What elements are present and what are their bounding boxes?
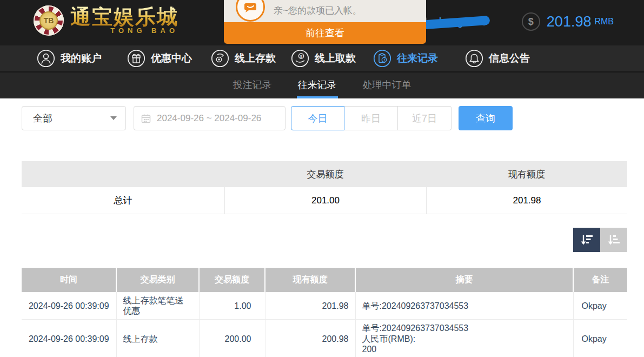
summary-table: 交易额度 现有额度 总计 201.00 201.98 (22, 161, 627, 214)
table-row: 2024-09-26 00:39:09 线上存款 200.00 200.98 单… (22, 320, 627, 357)
sort-descending-icon (579, 233, 595, 247)
sort-ascending-button[interactable] (600, 228, 627, 252)
nav-item-my-account[interactable]: 我的账户 (37, 45, 102, 71)
balance-dollar-icon: $ (522, 12, 540, 31)
last7days-button[interactable]: 近7日 (398, 106, 452, 130)
header-summary: 摘要 (355, 268, 573, 292)
header-time: 时间 (22, 268, 116, 292)
site-title: 通宝娱乐城 (70, 6, 178, 28)
sort-controls (573, 228, 627, 252)
svg-text:$: $ (300, 54, 303, 59)
type-select-value: 全部 (33, 112, 110, 125)
cell-amount: 200.00 (199, 320, 265, 357)
top-header: TB 通宝娱乐城 TONG BAO 亲~您的款项已入帐。 前往查看 (0, 0, 644, 45)
tab-betting-records[interactable]: 投注记录 (232, 72, 273, 98)
quick-date-button-group: 今日 昨日 近7日 (291, 106, 452, 130)
cell-balance: 201.98 (265, 292, 355, 320)
site-subtitle: TONG BAO (70, 27, 178, 35)
notification-toast: 亲~您的款项已入帐。 前往查看 (224, 0, 426, 44)
chip-tb-label: TB (39, 11, 58, 30)
chevron-down-icon (110, 116, 117, 120)
cell-note: Okpay (573, 320, 627, 357)
withdraw-icon: $ (291, 49, 309, 68)
cell-summary: 单号:202409263737034553 (355, 292, 573, 320)
header-note: 备注 (573, 268, 627, 292)
main-nav: 我的账户 优惠中心 线上存款 (0, 45, 644, 72)
today-button[interactable]: 今日 (291, 106, 344, 130)
cell-amount: 1.00 (199, 292, 265, 320)
summary-header-row: 交易额度 现有额度 (22, 161, 627, 187)
records-icon (373, 49, 391, 68)
table-row: 2024-09-26 00:39:09 线上存款笔笔送优惠 1.00 201.9… (22, 292, 627, 320)
summary-total-row: 总计 201.00 201.98 (22, 187, 627, 214)
summary-total-label: 总计 (22, 187, 224, 214)
filter-bar: 全部 2024-09-26 ~ 2024-09-26 今日 昨日 近7日 查询 (0, 106, 644, 140)
query-button[interactable]: 查询 (459, 106, 513, 130)
date-range-input[interactable]: 2024-09-26 ~ 2024-09-26 (134, 106, 286, 130)
promo-gift-icon (127, 49, 145, 68)
announcement-bell-icon (465, 49, 483, 68)
sub-nav: 投注记录 往来记录 处理中订单 (0, 72, 644, 98)
balance-currency: RMB (594, 17, 614, 27)
logo[interactable]: TB 通宝娱乐城 TONG BAO (34, 5, 178, 36)
header-type: 交易类别 (116, 268, 199, 292)
type-select[interactable]: 全部 (22, 106, 126, 130)
page: TB 通宝娱乐城 TONG BAO 亲~您的款项已入帐。 前往查看 (0, 0, 644, 357)
header-balance: 现有额度 (265, 268, 355, 292)
sort-ascending-icon (606, 233, 622, 247)
toast-message: 亲~您的款项已入帐。 (274, 4, 362, 17)
chat-bubble-icon (236, 0, 265, 22)
summary-header-balance: 现有额度 (426, 161, 627, 187)
summary-header-amount: 交易额度 (224, 161, 426, 187)
cell-summary: 单号:202409263737034553 人民币(RMB): 200 (355, 320, 573, 357)
cell-note: Okpay (573, 292, 627, 320)
balance-amount[interactable]: 201.98 (547, 14, 592, 30)
tab-transaction-records[interactable]: 往来记录 (297, 72, 338, 98)
sort-descending-button[interactable] (573, 228, 600, 252)
cell-time: 2024-09-26 00:39:09 (22, 320, 116, 357)
summary-total-balance: 201.98 (426, 187, 627, 214)
nav-item-promotions[interactable]: 优惠中心 (127, 45, 192, 71)
nav-item-deposit[interactable]: 线上存款 (211, 45, 276, 71)
cell-type: 线上存款笔笔送优惠 (116, 292, 199, 320)
poker-chip-icon: TB (34, 5, 64, 36)
summary-total-amount: 201.00 (224, 187, 426, 214)
cell-type: 线上存款 (116, 320, 199, 357)
calendar-icon (141, 113, 151, 124)
nav-item-announcements[interactable]: 信息公告 (465, 45, 530, 71)
tab-pending-orders[interactable]: 处理中订单 (362, 72, 413, 98)
nav-item-withdraw[interactable]: $ 线上取款 (291, 45, 356, 71)
account-icon (37, 49, 55, 68)
deposit-icon (211, 49, 229, 68)
summary-header-empty (22, 161, 224, 187)
date-range-value: 2024-09-26 ~ 2024-09-26 (157, 113, 261, 124)
header-amount: 交易额度 (199, 268, 265, 292)
transactions-table: 时间 交易类别 交易额度 现有额度 摘要 备注 2024-09-26 00:39… (22, 268, 627, 357)
goto-view-button[interactable]: 前往查看 (224, 22, 426, 44)
transactions-header-row: 时间 交易类别 交易额度 现有额度 摘要 备注 (22, 268, 627, 292)
cell-time: 2024-09-26 00:39:09 (22, 292, 116, 320)
yesterday-button[interactable]: 昨日 (344, 106, 398, 130)
cell-balance: 200.98 (265, 320, 355, 357)
nav-item-transaction-records[interactable]: 往来记录 (373, 45, 438, 71)
user-box: cheng0990 $ 201.98 RMB (408, 11, 614, 32)
